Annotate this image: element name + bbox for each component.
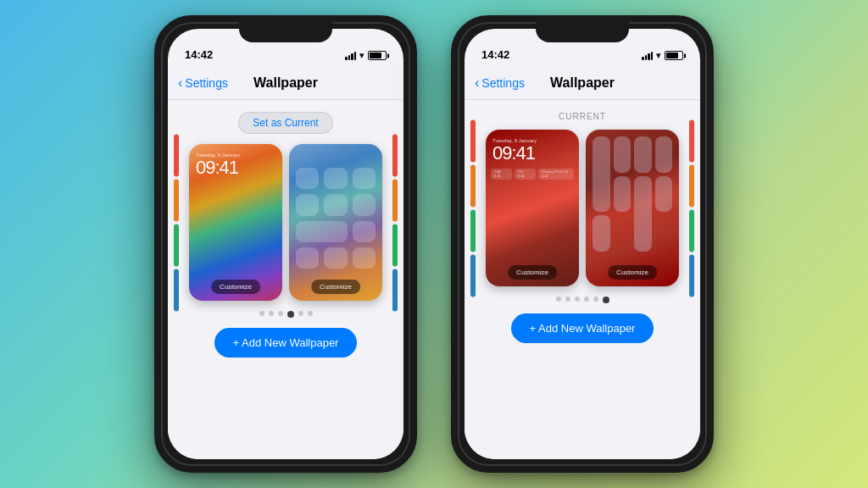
- card-time-right: Tuesday, 9 January 09:41: [486, 130, 579, 167]
- app-icon: [296, 194, 319, 215]
- screen-content-right: CURRENT Tuesday, 9 January 09:4: [465, 100, 700, 459]
- dot: [575, 297, 580, 302]
- stats-area: 8 AM 5.11 79% 5.11 Charging iPhone 13 5.…: [486, 167, 579, 181]
- page-title-right: Wallpaper: [550, 75, 615, 91]
- lock-screen-card-left[interactable]: Tuesday, 9 January 09:41 Customize: [189, 144, 282, 301]
- home-screen-card-left[interactable]: Customize: [289, 144, 382, 301]
- cc-item: [614, 176, 632, 213]
- back-label-right[interactable]: Settings: [481, 76, 525, 90]
- chevron-left-icon: ‹: [178, 75, 182, 91]
- phone-right: 14:42 ▾ ‹ Se: [451, 15, 714, 473]
- app-icon: [324, 168, 347, 189]
- screen-left: 14:42 ▾ ‹ Se: [168, 29, 403, 459]
- lock-screen-card-right[interactable]: Tuesday, 9 January 09:41 8 AM 5.11 79%: [486, 130, 579, 286]
- phone-frame-left: 14:42 ▾ ‹ Se: [154, 15, 417, 473]
- dot: [593, 297, 598, 302]
- phone-frame-right: 14:42 ▾ ‹ Se: [451, 15, 714, 473]
- card-date-right: Tuesday, 9 January: [492, 138, 572, 143]
- side-strips-right-right: [689, 119, 694, 297]
- add-wallpaper-button-right[interactable]: + Add New Wallpaper: [511, 313, 654, 343]
- dot-active: [603, 297, 609, 303]
- cc-item: [634, 136, 652, 173]
- back-label-left[interactable]: Settings: [185, 76, 228, 90]
- phone-left: 14:42 ▾ ‹ Se: [154, 15, 417, 473]
- wallpaper-cards-right: Tuesday, 9 January 09:41 8 AM 5.11 79%: [486, 130, 679, 286]
- side-strips-left: [174, 134, 179, 311]
- dot: [308, 311, 313, 316]
- cc-item: [593, 215, 610, 252]
- chevron-right-icon: ‹: [475, 75, 479, 91]
- battery-icon-left: [368, 51, 387, 60]
- status-time-right: 14:42: [481, 48, 509, 61]
- status-icons-left: ▾: [345, 50, 387, 61]
- home-screen-card-right[interactable]: Customize: [586, 130, 679, 286]
- dots-right: [556, 297, 609, 303]
- side-strips-right-left: [392, 134, 398, 311]
- set-current-button[interactable]: Set as Current: [238, 112, 332, 134]
- app-icon: [353, 194, 376, 215]
- card-clock-left: 09:41: [196, 158, 275, 178]
- current-label: CURRENT: [559, 112, 606, 121]
- cc-item: [593, 136, 610, 212]
- customize-home-left[interactable]: Customize: [311, 280, 360, 294]
- dot: [259, 311, 264, 316]
- screen-right: 14:42 ▾ ‹ Se: [465, 29, 700, 459]
- side-strips-left-right: [470, 119, 476, 297]
- customize-lock-right[interactable]: Customize: [508, 265, 557, 280]
- cc-item: [655, 176, 673, 213]
- app-icon: [296, 247, 319, 269]
- cc-item: [655, 136, 673, 173]
- cc-item: [634, 176, 652, 252]
- battery-icon-right: [665, 51, 683, 60]
- customize-lock-left[interactable]: Customize: [211, 280, 260, 294]
- notch-left: [239, 22, 332, 42]
- card-clock-right: 09:41: [492, 143, 572, 164]
- screen-content-left: Set as Current Tuesday, 9 January: [168, 100, 403, 459]
- back-button-left[interactable]: ‹ Settings: [178, 75, 228, 91]
- home-icons-left: [289, 161, 382, 275]
- cc-item: [614, 136, 632, 173]
- wifi-icon-left: ▾: [359, 50, 364, 61]
- signal-icon-left: [345, 52, 356, 60]
- app-icon: [324, 247, 347, 269]
- customize-home-right[interactable]: Customize: [608, 265, 657, 280]
- nav-bar-left: ‹ Settings Wallpaper: [168, 66, 403, 100]
- app-icon: [353, 247, 376, 269]
- app-icon-wide: [296, 221, 348, 242]
- wifi-icon-right: ▾: [656, 50, 661, 61]
- dots-left: [259, 311, 313, 318]
- app-icon: [353, 221, 376, 242]
- dot: [565, 297, 570, 302]
- wallpaper-cards-left: Tuesday, 9 January 09:41 Customize: [189, 144, 382, 301]
- dot: [278, 311, 283, 316]
- card-date-left: Tuesday, 9 January: [196, 152, 275, 158]
- app-icon: [353, 168, 376, 189]
- dot: [269, 311, 274, 316]
- nav-bar-right: ‹ Settings Wallpaper: [465, 66, 700, 100]
- add-wallpaper-button-left[interactable]: + Add New Wallpaper: [214, 328, 358, 358]
- dot: [584, 297, 589, 302]
- app-icon: [324, 194, 347, 215]
- notch-right: [536, 22, 629, 42]
- page-title-left: Wallpaper: [253, 75, 318, 91]
- card-time-left: Tuesday, 9 January 09:41: [189, 144, 282, 181]
- app-icon: [296, 168, 319, 189]
- dot: [556, 297, 561, 302]
- control-center-grid: [593, 136, 672, 255]
- status-time-left: 14:42: [185, 48, 213, 61]
- signal-icon-right: [642, 52, 653, 60]
- dot: [298, 311, 303, 316]
- dot-active: [287, 311, 294, 318]
- status-icons-right: ▾: [642, 50, 683, 61]
- back-button-right[interactable]: ‹ Settings: [475, 75, 525, 91]
